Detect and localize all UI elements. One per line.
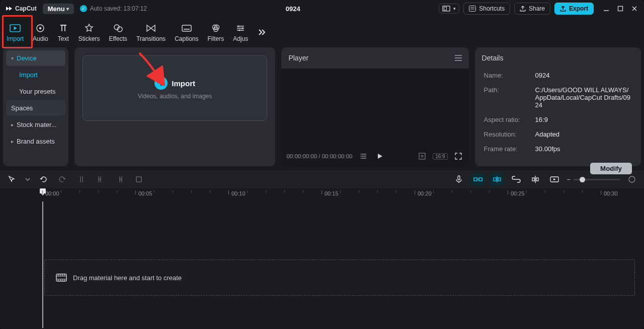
preview-button[interactable] <box>547 173 561 185</box>
svg-point-22 <box>360 158 361 159</box>
ribbon-label: Audio <box>33 35 48 42</box>
trim-left-button[interactable] <box>94 173 108 185</box>
svg-rect-6 <box>618 7 623 11</box>
svg-point-19 <box>239 29 240 31</box>
chevrons-right-icon <box>257 28 266 37</box>
target-icon[interactable] <box>417 151 428 162</box>
ribbon-stickers[interactable]: Stickers <box>74 22 105 42</box>
sidebar-brand[interactable]: ▸Brand assets <box>6 134 65 149</box>
adjust-icon <box>234 23 247 33</box>
ribbon-more[interactable] <box>253 28 271 37</box>
stickers-icon <box>83 23 95 33</box>
timeline-area[interactable]: Drag material here and start to create <box>0 202 644 328</box>
sidebar-spaces[interactable]: Spaces <box>6 100 65 116</box>
sidebar-label: Spaces <box>11 104 33 112</box>
svg-rect-35 <box>536 178 538 181</box>
pointer-dropdown[interactable] <box>24 173 31 185</box>
details-path-v: C:/Users/GOOD WILL ALWAYS/AppData/Local/… <box>535 86 632 109</box>
svg-rect-31 <box>494 178 496 181</box>
fit-button[interactable] <box>625 173 639 185</box>
pointer-tool[interactable] <box>5 173 19 185</box>
list-icon[interactable] <box>358 151 369 162</box>
timeline-ruler[interactable]: 00:00 00:05 00:10 00:15 00:20 00:25 00:3… <box>0 188 644 202</box>
player-header: Player <box>288 54 308 62</box>
ribbon-label: Effects <box>109 35 127 42</box>
details-header: Details <box>482 54 504 62</box>
aspect-menu[interactable]: ▾ <box>439 4 459 14</box>
ribbon-effects[interactable]: Effects <box>104 22 131 42</box>
menu-label: Menu <box>48 5 65 13</box>
app-logo: CapCut <box>3 5 39 13</box>
play-button[interactable] <box>374 151 385 162</box>
ribbon-import[interactable]: Import <box>2 22 28 42</box>
player-timecode: 00:00:00:00 / 00:00:00:00 <box>286 153 352 159</box>
export-button[interactable]: Export <box>554 3 594 15</box>
ribbon-filters[interactable]: Filters <box>203 22 229 42</box>
share-label: Share <box>529 5 545 12</box>
redo-button[interactable] <box>55 173 69 185</box>
app-name: CapCut <box>15 5 37 12</box>
ribbon-audio[interactable]: Audio <box>28 22 53 42</box>
fullscreen-icon[interactable] <box>453 151 464 162</box>
sidebar-label: Your presets <box>19 88 56 95</box>
align-button[interactable] <box>528 173 542 185</box>
ribbon-label: Text <box>58 35 69 42</box>
svg-rect-1 <box>444 7 447 10</box>
maximize-button[interactable] <box>617 5 624 12</box>
ribbon-label: Stickers <box>78 35 100 42</box>
ribbon-transitions[interactable]: Transitions <box>132 22 170 42</box>
details-name-v: 0924 <box>535 72 632 79</box>
sidebar-import[interactable]: Import <box>6 67 65 83</box>
filters-icon <box>210 23 222 33</box>
ruler-tick: 00:00 <box>45 190 59 196</box>
aspect-badge[interactable]: 16:9 <box>433 153 447 160</box>
minimize-button[interactable] <box>603 5 610 12</box>
timeline-dropzone[interactable]: Drag material here and start to create <box>44 259 635 296</box>
svg-point-37 <box>629 176 635 182</box>
sidebar-device[interactable]: ▾Device <box>6 50 65 66</box>
ribbon-adjust[interactable]: Adjus <box>228 22 253 42</box>
magnetic-button[interactable] <box>471 173 485 185</box>
modify-button[interactable]: Modify <box>590 163 632 174</box>
mic-button[interactable] <box>452 173 466 185</box>
svg-rect-2 <box>469 6 476 12</box>
details-res-k: Resolution: <box>484 130 532 138</box>
shortcuts-button[interactable]: Shortcuts <box>463 3 510 15</box>
autosave-indicator: ✓ Auto saved: 13:07:12 <box>80 5 147 12</box>
ribbon-captions[interactable]: Captions <box>170 22 203 42</box>
sidebar-stock[interactable]: ▸Stock mater... <box>6 117 65 133</box>
chevron-right-icon: ▸ <box>11 139 14 144</box>
details-aspect-v: 16:9 <box>535 116 632 123</box>
ribbon-label: Filters <box>208 35 224 42</box>
ribbon-label: Captions <box>175 35 198 42</box>
sidebar-label: Import <box>19 71 38 79</box>
svg-point-18 <box>242 27 244 29</box>
playhead-line <box>42 202 43 328</box>
text-icon <box>57 23 69 33</box>
crop-button[interactable] <box>132 173 146 185</box>
svg-rect-38 <box>56 274 66 281</box>
snap-button[interactable] <box>490 173 504 185</box>
svg-rect-26 <box>458 176 460 180</box>
ribbon-text[interactable]: Text <box>53 22 74 42</box>
aspect-icon <box>442 6 450 12</box>
import-dropzone[interactable]: + Import Videos, audios, and images <box>83 55 267 121</box>
chevron-right-icon: ▸ <box>11 122 14 127</box>
shortcuts-label: Shortcuts <box>479 5 505 12</box>
ruler-tick: 00:15 <box>325 190 339 196</box>
details-fps-v: 30.00fps <box>535 145 632 153</box>
link-button[interactable] <box>509 173 523 185</box>
close-button[interactable] <box>631 5 638 12</box>
zoom-slider[interactable]: − <box>567 176 620 183</box>
undo-button[interactable] <box>36 173 50 185</box>
trim-right-button[interactable] <box>113 173 127 185</box>
menu-button[interactable]: Menu ▾ <box>43 4 74 14</box>
player-canvas[interactable] <box>281 69 468 146</box>
ruler-tick: 00:05 <box>138 190 152 196</box>
split-button[interactable] <box>74 173 89 185</box>
hamburger-icon[interactable] <box>455 55 462 61</box>
share-button[interactable]: Share <box>514 3 550 15</box>
effects-icon <box>112 23 124 33</box>
minus-icon: − <box>567 176 571 183</box>
sidebar-presets[interactable]: Your presets <box>6 84 65 99</box>
